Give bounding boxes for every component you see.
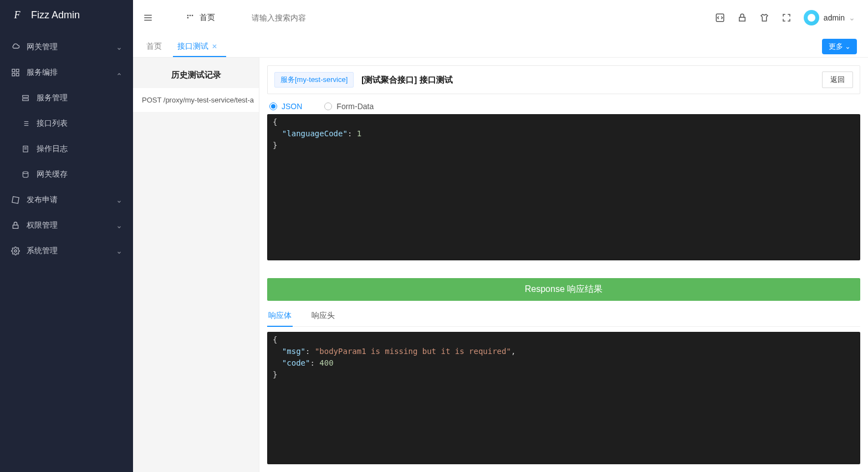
home-label: 首页 [200,13,215,23]
server-icon [21,94,30,102]
menu-toggle-icon[interactable] [143,13,153,23]
svg-rect-5 [23,99,29,101]
search-input[interactable] [252,13,362,22]
svg-rect-16 [12,197,19,203]
svg-rect-24 [192,14,193,16]
content: 历史测试记录 POST /proxy/my-test-service/test-… [133,58,868,472]
sidebar-item-label: 服务编排 [27,68,58,78]
radio-json[interactable]: JSON [269,102,302,111]
sidebar-item-label: 发布申请 [27,195,58,205]
tabbar: 首页 接口测试 ✕ 更多 [133,35,868,58]
radio-dot-icon [324,102,332,110]
brand-title: Fizz Admin [31,9,80,21]
topbar: 首页 admin [133,0,868,35]
sub-item-cache[interactable]: 网关缓存 [0,162,133,187]
tab-api-test[interactable]: 接口测试 ✕ [177,35,217,57]
user-menu[interactable]: admin [804,10,855,25]
sub-item-label: 网关缓存 [37,170,68,179]
page-header: 服务[my-test-service] [测试聚合接口] 接口测试 返回 [267,65,860,94]
svg-rect-3 [16,73,19,76]
svg-rect-25 [187,17,188,18]
home-button[interactable]: 首页 [185,13,215,23]
chevron-up-icon [116,70,122,75]
document-icon [21,145,30,153]
sidebar: F Fizz Admin 网关管理 服务编排 [0,0,133,472]
chevron-down-icon [116,248,122,254]
sidebar-item-permission[interactable]: 权限管理 [0,213,133,238]
database-icon [21,170,30,179]
back-button[interactable]: 返回 [822,71,853,88]
avatar-icon [804,10,819,25]
grid-icon [11,68,20,77]
sub-item-label: 操作日志 [37,144,68,154]
history-title: 历史测试记录 [133,58,259,88]
response-tab-body[interactable]: 响应体 [267,305,293,326]
response-banner: Response 响应结果 [267,278,860,301]
list-icon [21,119,30,128]
brand: F Fizz Admin [0,0,133,30]
apps-icon [185,13,195,23]
response-body-viewer[interactable]: { "msg": "bodyParam1 is missing but it i… [267,332,860,464]
svg-rect-1 [16,69,19,72]
brand-logo-icon: F [10,8,24,22]
lock-icon [11,221,20,230]
radio-form-data[interactable]: Form-Data [324,102,374,111]
code-icon[interactable] [715,13,725,23]
lock-icon[interactable] [737,13,747,23]
svg-rect-27 [739,17,746,21]
body-type-radio-group: JSON Form-Data [269,102,858,111]
sidebar-item-orchestration[interactable]: 服务编排 [0,60,133,85]
history-panel: 历史测试记录 POST /proxy/my-test-service/test-… [133,58,259,472]
sub-item-label: 接口列表 [37,119,68,129]
sidebar-submenu-orchestration: 服务管理 接口列表 操作日志 网关缓存 [0,85,133,187]
radio-dot-icon [269,102,277,110]
sub-item-api-list[interactable]: 接口列表 [0,111,133,136]
shirt-icon[interactable] [759,13,769,23]
svg-rect-23 [190,14,191,16]
user-name: admin [824,13,845,22]
chevron-down-icon [845,44,850,49]
request-body-editor[interactable]: { "languageCode": 1} [267,114,860,260]
gear-icon [11,247,20,255]
svg-rect-0 [12,69,15,72]
tab-home[interactable]: 首页 [146,35,162,57]
sidebar-item-gateway[interactable]: 网关管理 [0,34,133,60]
sidebar-item-publish[interactable]: 发布申请 [0,187,133,213]
more-label: 更多 [829,42,843,52]
svg-rect-4 [23,95,29,98]
sidebar-item-label: 系统管理 [27,246,58,256]
more-button[interactable]: 更多 [822,39,857,54]
response-tab-headers[interactable]: 响应头 [310,305,336,326]
sidebar-item-label: 网关管理 [27,42,58,52]
send-icon [11,196,20,204]
chevron-down-icon [849,15,855,20]
sub-item-label: 服务管理 [37,93,68,103]
tab-label: 接口测试 [177,42,208,52]
radio-label: JSON [282,102,302,111]
sidebar-item-label: 权限管理 [27,220,58,230]
svg-rect-17 [13,225,18,228]
cloud-icon [11,43,20,52]
service-badge: 服务[my-test-service] [274,72,354,88]
svg-point-15 [23,172,28,174]
workspace: 服务[my-test-service] [测试聚合接口] 接口测试 返回 JSO… [259,58,868,472]
main: 首页 admin 首页 [133,0,868,472]
fullscreen-icon[interactable] [782,13,792,23]
sidebar-item-system[interactable]: 系统管理 [0,238,133,264]
history-item[interactable]: POST /proxy/my-test-service/test-a [133,88,259,112]
response-tabs: 响应体 响应头 [267,305,860,327]
chevron-down-icon [116,197,122,203]
close-icon[interactable]: ✕ [212,43,217,50]
sub-item-service-mgmt[interactable]: 服务管理 [0,85,133,111]
svg-rect-22 [187,14,188,16]
chevron-down-icon [116,223,122,228]
svg-rect-2 [12,73,15,76]
svg-point-18 [14,250,17,252]
sidebar-menu: 网关管理 服务编排 服务管理 接口列表 [0,30,133,264]
chevron-down-icon [116,44,122,50]
tab-label: 首页 [146,42,162,52]
sub-item-op-log[interactable]: 操作日志 [0,136,133,162]
page-title: [测试聚合接口] 接口测试 [361,75,452,85]
radio-label: Form-Data [336,102,374,111]
